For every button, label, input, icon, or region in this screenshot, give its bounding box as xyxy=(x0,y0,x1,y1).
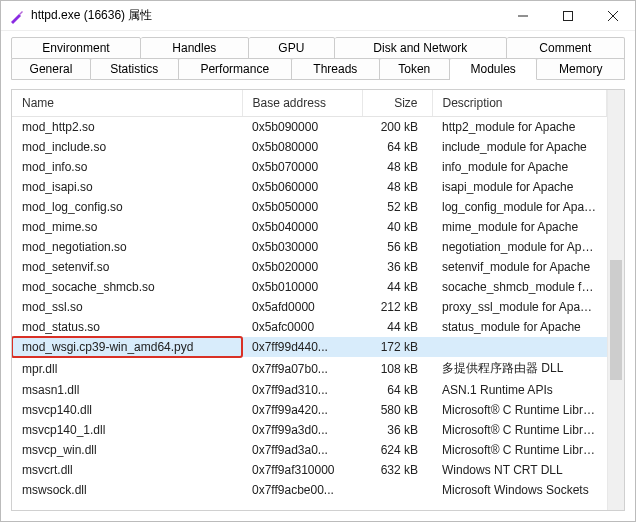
content-area: Name Base address Size Description mod_h… xyxy=(1,81,635,521)
cell-desc: mime_module for Apache xyxy=(432,217,607,237)
cell-size: 36 kB xyxy=(362,257,432,277)
cell-base: 0x5b090000 xyxy=(242,117,362,138)
cell-name: msasn1.dll xyxy=(12,380,242,400)
table-row[interactable]: mpr.dll0x7ff9a07b0...108 kB多提供程序路由器 DLL xyxy=(12,357,607,380)
cell-size xyxy=(362,480,432,500)
svg-rect-1 xyxy=(563,11,572,20)
cell-base: 0x5b020000 xyxy=(242,257,362,277)
cell-size: 172 kB xyxy=(362,337,432,357)
cell-size: 36 kB xyxy=(362,420,432,440)
table-row[interactable]: msvcrt.dll0x7ff9af310000632 kBWindows NT… xyxy=(12,460,607,480)
cell-base: 0x5b010000 xyxy=(242,277,362,297)
cell-desc: Windows NT CRT DLL xyxy=(432,460,607,480)
tab-comment[interactable]: Comment xyxy=(507,37,625,59)
tab-statistics[interactable]: Statistics xyxy=(91,58,179,80)
window-controls xyxy=(500,1,635,30)
cell-base: 0x7ff9a07b0... xyxy=(242,357,362,380)
cell-name: mpr.dll xyxy=(12,357,242,380)
cell-desc: include_module for Apache xyxy=(432,137,607,157)
tab-disk-and-network[interactable]: Disk and Network xyxy=(335,37,507,59)
properties-window: httpd.exe (16636) 属性 EnvironmentHandlesG… xyxy=(0,0,636,522)
maximize-button[interactable] xyxy=(545,1,590,30)
col-header-size[interactable]: Size xyxy=(362,90,432,117)
app-icon xyxy=(9,8,25,24)
cell-desc: Microsoft Windows Sockets xyxy=(432,480,607,500)
minimize-button[interactable] xyxy=(500,1,545,30)
cell-name: mod_ssl.so xyxy=(12,297,242,317)
table-row[interactable]: msvcp140_1.dll0x7ff99a3d0...36 kBMicroso… xyxy=(12,420,607,440)
cell-size: 48 kB xyxy=(362,157,432,177)
table-row[interactable]: mod_log_config.so0x5b05000052 kBlog_conf… xyxy=(12,197,607,217)
col-header-desc[interactable]: Description xyxy=(432,90,607,117)
cell-desc: negotiation_module for Apache xyxy=(432,237,607,257)
cell-name: mod_wsgi.cp39-win_amd64.pyd xyxy=(12,337,242,357)
table-row[interactable]: mod_isapi.so0x5b06000048 kBisapi_module … xyxy=(12,177,607,197)
cell-base: 0x5b060000 xyxy=(242,177,362,197)
tab-environment[interactable]: Environment xyxy=(11,37,141,59)
cell-size: 56 kB xyxy=(362,237,432,257)
col-header-base[interactable]: Base address xyxy=(242,90,362,117)
cell-desc xyxy=(432,337,607,357)
cell-name: msvcrt.dll xyxy=(12,460,242,480)
close-button[interactable] xyxy=(590,1,635,30)
titlebar: httpd.exe (16636) 属性 xyxy=(1,1,635,31)
tab-token[interactable]: Token xyxy=(380,58,450,80)
scrollbar-thumb[interactable] xyxy=(610,260,622,380)
table-row[interactable]: mod_ssl.so0x5afd0000212 kBproxy_ssl_modu… xyxy=(12,297,607,317)
cell-base: 0x7ff9ad310... xyxy=(242,380,362,400)
cell-size: 632 kB xyxy=(362,460,432,480)
vertical-scrollbar[interactable] xyxy=(607,90,624,510)
cell-size: 64 kB xyxy=(362,380,432,400)
tab-handles[interactable]: Handles xyxy=(141,37,249,59)
table-row[interactable]: mod_setenvif.so0x5b02000036 kBsetenvif_m… xyxy=(12,257,607,277)
cell-size: 64 kB xyxy=(362,137,432,157)
cell-name: mod_http2.so xyxy=(12,117,242,138)
tab-general[interactable]: General xyxy=(11,58,91,80)
tab-gpu[interactable]: GPU xyxy=(249,37,335,59)
table-row[interactable]: mod_include.so0x5b08000064 kBinclude_mod… xyxy=(12,137,607,157)
cell-base: 0x7ff99a420... xyxy=(242,400,362,420)
cell-base: 0x5afd0000 xyxy=(242,297,362,317)
table-row[interactable]: mod_http2.so0x5b090000200 kBhttp2_module… xyxy=(12,117,607,138)
cell-size: 200 kB xyxy=(362,117,432,138)
tab-threads[interactable]: Threads xyxy=(292,58,380,80)
cell-desc: status_module for Apache xyxy=(432,317,607,337)
cell-base: 0x5b040000 xyxy=(242,217,362,237)
cell-desc: socache_shmcb_module for Apache xyxy=(432,277,607,297)
cell-name: msvcp140.dll xyxy=(12,400,242,420)
table-row[interactable]: mod_negotiation.so0x5b03000056 kBnegotia… xyxy=(12,237,607,257)
table-row[interactable]: msasn1.dll0x7ff9ad310...64 kBASN.1 Runti… xyxy=(12,380,607,400)
cell-name: mod_info.so xyxy=(12,157,242,177)
cell-name: mod_log_config.so xyxy=(12,197,242,217)
cell-size: 52 kB xyxy=(362,197,432,217)
tab-memory[interactable]: Memory xyxy=(537,58,625,80)
modules-table-wrap: Name Base address Size Description mod_h… xyxy=(11,89,625,511)
table-row[interactable]: mswsock.dll0x7ff9acbe00...Microsoft Wind… xyxy=(12,480,607,500)
cell-base: 0x5b080000 xyxy=(242,137,362,157)
tabs: EnvironmentHandlesGPUDisk and NetworkCom… xyxy=(1,31,635,81)
table-row[interactable]: mod_info.so0x5b07000048 kBinfo_module fo… xyxy=(12,157,607,177)
cell-size: 48 kB xyxy=(362,177,432,197)
table-row[interactable]: msvcp_win.dll0x7ff9ad3a0...624 kBMicroso… xyxy=(12,440,607,460)
table-row[interactable]: mod_socache_shmcb.so0x5b01000044 kBsocac… xyxy=(12,277,607,297)
cell-desc: Microsoft® C Runtime Library xyxy=(432,440,607,460)
cell-name: mod_mime.so xyxy=(12,217,242,237)
table-row[interactable]: mod_status.so0x5afc000044 kBstatus_modul… xyxy=(12,317,607,337)
window-title: httpd.exe (16636) 属性 xyxy=(31,7,500,24)
cell-desc: info_module for Apache xyxy=(432,157,607,177)
tab-performance[interactable]: Performance xyxy=(179,58,293,80)
table-row[interactable]: mod_mime.so0x5b04000040 kBmime_module fo… xyxy=(12,217,607,237)
table-row[interactable]: msvcp140.dll0x7ff99a420...580 kBMicrosof… xyxy=(12,400,607,420)
modules-table-scroll: Name Base address Size Description mod_h… xyxy=(12,90,607,510)
tab-modules[interactable]: Modules xyxy=(450,58,538,80)
cell-desc: 多提供程序路由器 DLL xyxy=(432,357,607,380)
cell-name: mod_negotiation.so xyxy=(12,237,242,257)
cell-desc: isapi_module for Apache xyxy=(432,177,607,197)
table-row[interactable]: mod_wsgi.cp39-win_amd64.pyd0x7ff99d440..… xyxy=(12,337,607,357)
cell-size: 40 kB xyxy=(362,217,432,237)
cell-name: mod_setenvif.so xyxy=(12,257,242,277)
cell-base: 0x5afc0000 xyxy=(242,317,362,337)
cell-desc: setenvif_module for Apache xyxy=(432,257,607,277)
col-header-name[interactable]: Name xyxy=(12,90,242,117)
cell-size: 108 kB xyxy=(362,357,432,380)
